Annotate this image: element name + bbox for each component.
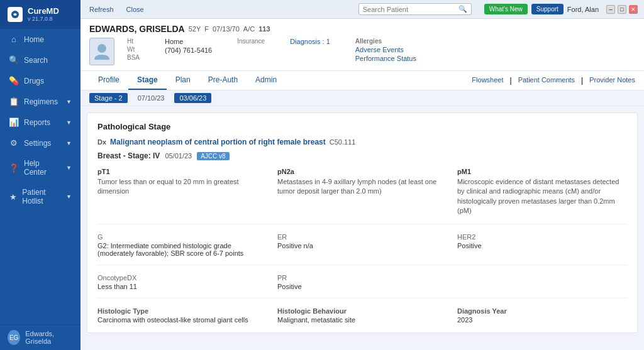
oncotype-cell: OncotypeDX Less than 11	[97, 274, 267, 290]
logo-icon	[8, 7, 23, 22]
sidebar-item-regimens[interactable]: 📋 Regimens ▼	[0, 91, 80, 112]
content-area: Pathological Stage Dx Malignant neoplasm…	[80, 106, 644, 350]
sidebar-item-drugs[interactable]: 💊 Drugs	[0, 70, 80, 91]
info-grid: G G2: Intermediate combined histologic g…	[97, 233, 627, 265]
stage-grid: pT1 Tumor less than or equal to 20 mm in…	[97, 168, 627, 224]
topbar: Refresh Close 🔍 What's New Support Ford,…	[80, 0, 644, 19]
stage-cell-pn2a: pN2a Metastases in 4-9 axillary lymph no…	[277, 168, 447, 216]
histologic-behaviour-value: Malignant, metastatic site	[277, 316, 447, 324]
diagnosis-col: Diagnosis : 1	[290, 38, 330, 62]
histologic-behaviour-cell: Histologic Behaviour Malignant, metastat…	[277, 307, 447, 324]
avatar-initials: EG	[9, 334, 18, 341]
phone-label: Home	[165, 38, 212, 45]
sidebar-item-label: Reports	[24, 118, 50, 127]
stage-cell-pt1: pT1 Tumor less than or equal to 20 mm in…	[97, 168, 267, 216]
info-cell-label: ER	[277, 233, 447, 241]
stage-badge: Stage - 2	[89, 93, 128, 103]
logo-version: v 21.7.0.8	[28, 16, 59, 22]
sidebar-item-label: Home	[24, 35, 44, 44]
topbar-user: Ford, Alan	[567, 6, 599, 13]
sidebar-item-help[interactable]: ❓ Help Center ▼	[0, 153, 80, 182]
performance-status-link[interactable]: Performance Status	[355, 55, 416, 62]
topbar-right: What's New Support Ford, Alan – □ ✕	[484, 4, 638, 14]
patient-ac-label: A/C	[243, 25, 255, 33]
patient-gender: F	[204, 25, 209, 33]
chevron-icon: ▼	[66, 165, 72, 171]
oncotype-grid: OncotypeDX Less than 11 PR Positive	[97, 274, 627, 298]
breast-stage-date: 05/01/23	[165, 152, 192, 160]
breast-stage-line: Breast - Stage: IV 05/01/23 AJCC v8	[97, 151, 627, 160]
close-window-button[interactable]: ✕	[629, 5, 638, 14]
tab-plan[interactable]: Plan	[167, 71, 199, 90]
stage-date-1[interactable]: 07/10/23	[133, 93, 170, 103]
logo-text: CureMD	[28, 6, 59, 16]
sidebar-item-search[interactable]: 🔍 Search	[0, 50, 80, 70]
sidebar-item-hotlist[interactable]: ★ Patient Hotlist ▼	[0, 182, 80, 211]
tab-profile[interactable]: Profile	[89, 71, 128, 90]
search-icon: 🔍	[458, 5, 467, 13]
sidebar-item-settings[interactable]: ⚙ Settings ▼	[0, 133, 80, 153]
hotlist-icon: ★	[9, 192, 17, 202]
stage-cell-label: pT1	[97, 168, 267, 175]
bsa-label: BSA	[127, 54, 140, 61]
breast-stage-label: Breast - Stage: IV	[97, 151, 160, 160]
info-cell-label: G	[97, 233, 267, 241]
settings-icon: ⚙	[9, 138, 19, 148]
dx-text: Malignant neoplasm of central portion of…	[110, 138, 326, 146]
maximize-button[interactable]: □	[618, 5, 626, 14]
flowsheet-link[interactable]: Flowsheet	[472, 76, 503, 85]
tab-preauth[interactable]: Pre-Auth	[199, 71, 247, 90]
sidebar-item-label: Search	[24, 56, 48, 65]
ht-label: Ht	[127, 38, 140, 45]
sidebar-logo[interactable]: CureMD v 21.7.0.8	[0, 0, 80, 29]
regimens-icon: 📋	[9, 97, 19, 106]
allergies-col: Allergies Adverse Events Performance Sta…	[355, 38, 416, 62]
patient-comments-link[interactable]: Patient Comments	[518, 76, 575, 85]
patient-ac: 113	[258, 25, 270, 33]
oncotype-label: OncotypeDX	[97, 274, 267, 282]
patient-age: 52Y	[189, 25, 201, 33]
help-icon: ❓	[9, 163, 19, 173]
patient-avatar	[89, 38, 114, 65]
whats-new-button[interactable]: What's New	[484, 4, 528, 14]
stage-bar: Stage - 2 07/10/23 03/06/23	[80, 90, 644, 106]
dx-code: C50.111	[330, 138, 356, 146]
insurance-col: Insurance	[237, 38, 265, 62]
stage-cell-value: Tumor less than or equal to 20 mm in gre…	[97, 177, 267, 197]
info-cell-value: Positive n/a	[277, 242, 447, 249]
stage-date-2[interactable]: 03/06/23	[174, 93, 211, 103]
ajcc-badge: AJCC v8	[197, 152, 229, 160]
minimize-button[interactable]: –	[606, 5, 615, 14]
diagnosis-year-label: Diagnosis Year	[457, 307, 627, 315]
adverse-events-link[interactable]: Adverse Events	[355, 46, 416, 53]
drugs-icon: 💊	[9, 76, 19, 85]
pr-cell: PR Positive	[277, 274, 447, 290]
sidebar-item-label: Settings	[24, 139, 51, 148]
close-button[interactable]: Close	[124, 4, 147, 14]
stage-cell-value: Microscopic evidence of distant metastas…	[457, 177, 627, 216]
sidebar-item-home[interactable]: ⌂ Home	[0, 29, 80, 50]
phone-number: (704) 761-5416	[165, 46, 212, 54]
pr-value: Positive	[277, 283, 447, 290]
support-button[interactable]: Support	[531, 4, 564, 14]
patient-name: EDWARDS, GRISELDA	[89, 24, 185, 34]
dx-line: Dx Malignant neoplasm of central portion…	[97, 138, 627, 146]
info-cell-er: ER Positive n/a	[277, 233, 447, 257]
info-cell-value: Positive	[457, 242, 627, 249]
search-input[interactable]	[363, 6, 456, 13]
stage-cell-label: pM1	[457, 168, 627, 175]
user-section[interactable]: EG Edwards, Griselda	[0, 324, 80, 350]
tab-stage[interactable]: Stage	[128, 71, 167, 90]
allergies-label: Allergies	[355, 38, 416, 45]
diagnosis-year-cell: Diagnosis Year 2023	[457, 307, 627, 324]
tab-admin[interactable]: Admin	[247, 71, 286, 90]
search-box: 🔍	[358, 3, 472, 15]
diagnosis-link[interactable]: Diagnosis : 1	[290, 38, 330, 45]
pr-label: PR	[277, 274, 447, 282]
nav-tabs: Profile Stage Plan Pre-Auth Admin Flowsh…	[80, 71, 644, 90]
provider-notes-link[interactable]: Provider Notes	[589, 76, 635, 85]
sidebar-item-reports[interactable]: 📊 Reports ▼	[0, 112, 80, 133]
section-title: Pathological Stage	[97, 122, 627, 131]
empty-cell	[457, 274, 627, 290]
refresh-button[interactable]: Refresh	[87, 4, 116, 14]
